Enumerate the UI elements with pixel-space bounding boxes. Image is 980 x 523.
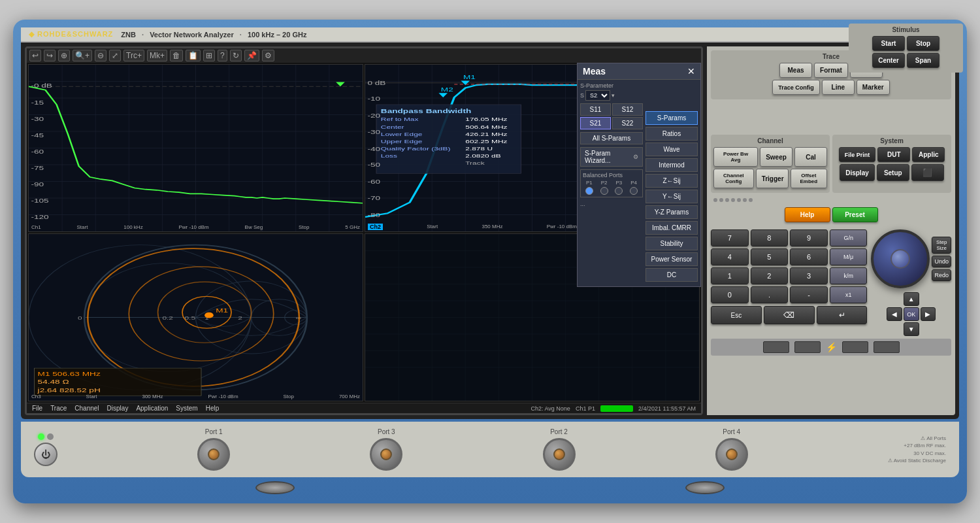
key-3[interactable]: 3 <box>790 267 828 284</box>
applic-btn[interactable]: Applic <box>912 147 945 162</box>
s11-btn[interactable]: S11 <box>580 103 611 116</box>
sweep-btn[interactable]: Sweep <box>760 147 792 167</box>
port3-radio[interactable] <box>615 187 623 195</box>
key-9[interactable]: 9 <box>790 229 828 246</box>
all-sparams-btn[interactable]: All S-Params <box>580 132 643 144</box>
copy-btn[interactable]: 📋 <box>186 50 201 61</box>
power-button[interactable]: ⏻ <box>34 443 57 466</box>
trace-add-btn[interactable]: Trc+ <box>123 50 144 61</box>
port4-radio[interactable] <box>630 187 638 195</box>
marker-add-btn[interactable]: Mk+ <box>147 50 167 61</box>
clip-btn[interactable]: 📌 <box>244 50 259 61</box>
menu-file[interactable]: File <box>32 405 42 412</box>
left-btn[interactable]: ◀ <box>887 307 902 321</box>
power-bw-avg-btn[interactable]: Power Bw Avg <box>713 147 758 167</box>
s22-btn[interactable]: S22 <box>612 117 643 129</box>
trigger-btn[interactable]: Trigger <box>756 169 789 188</box>
zoom-in-btn[interactable]: 🔍+ <box>73 50 92 61</box>
backspace-btn[interactable]: ⌫ <box>764 306 815 324</box>
redo-btn[interactable]: Redo <box>932 269 951 281</box>
setup-btn[interactable]: Setup <box>877 164 909 181</box>
full-screen-btn[interactable]: ⤢ <box>109 50 121 61</box>
ratios-btn[interactable]: Ratios <box>645 127 698 141</box>
zoom-fit-btn[interactable]: ⊕ <box>58 50 70 61</box>
help-btn[interactable]: Help <box>785 207 830 222</box>
s12-btn[interactable]: S12 <box>612 103 643 116</box>
power-sensor-btn[interactable]: Power Sensor <box>645 252 698 266</box>
key-5[interactable]: 5 <box>751 248 789 265</box>
ok-btn[interactable]: OK <box>904 307 919 321</box>
windows-btn[interactable]: ⊞ <box>203 50 215 61</box>
screen-btn[interactable]: ⬛ <box>911 164 944 181</box>
help-toolbar-btn[interactable]: ? <box>218 50 227 61</box>
undo-btn[interactable]: Undo <box>932 256 951 267</box>
menu-trace[interactable]: Trace <box>50 405 67 412</box>
right-btn[interactable]: ▶ <box>921 307 936 321</box>
key-8[interactable]: 8 <box>751 229 789 246</box>
sparam-wizard-btn[interactable]: S-Param Wizard... ⚙ <box>580 147 643 167</box>
key-mu[interactable]: M/μ <box>830 248 868 265</box>
format-btn[interactable]: Format <box>814 63 848 78</box>
menu-channel[interactable]: Channel <box>74 405 99 412</box>
meas-close-btn[interactable]: ✕ <box>687 66 695 76</box>
more-btn[interactable]: ... <box>580 201 585 207</box>
refresh-btn[interactable]: ↻ <box>230 50 242 61</box>
key-km[interactable]: k/m <box>830 267 868 284</box>
s-param-select[interactable]: S21 <box>585 90 610 101</box>
port2-radio[interactable] <box>600 187 608 195</box>
key-7[interactable]: 7 <box>711 229 749 246</box>
esc-btn[interactable]: Esc <box>711 306 762 324</box>
key-1[interactable]: 1 <box>711 267 749 284</box>
ze-sij-btn[interactable]: Z←Sij <box>645 174 698 188</box>
start-btn[interactable]: Start <box>872 36 905 51</box>
channel-config-btn[interactable]: Channel Config <box>713 169 754 188</box>
menu-application[interactable]: Application <box>136 405 168 412</box>
stimulus-row1: Start Stop <box>851 36 960 51</box>
port1-radio[interactable] <box>585 187 593 195</box>
undo-toolbar-btn[interactable]: ↩ <box>29 50 41 61</box>
offset-embed-btn[interactable]: Offset Embed <box>791 169 827 188</box>
step-size-btn[interactable]: StepSize <box>932 237 951 254</box>
line-btn[interactable]: Line <box>822 80 855 95</box>
key-x1[interactable]: x1 <box>830 286 868 303</box>
up-btn[interactable]: ▲ <box>904 292 919 306</box>
file-print-btn[interactable]: File Print <box>839 147 876 162</box>
center-btn[interactable]: Center <box>872 53 905 68</box>
key-0[interactable]: 0 <box>711 286 749 303</box>
intermod-btn[interactable]: Intermod <box>645 158 698 172</box>
s21-btn[interactable]: S21 <box>580 117 611 129</box>
stop-btn[interactable]: Stop <box>907 36 939 51</box>
menu-help[interactable]: Help <box>206 405 220 412</box>
redo-toolbar-btn[interactable]: ↪ <box>44 50 56 61</box>
jog-wheel[interactable] <box>871 229 930 288</box>
meas-btn[interactable]: Meas <box>779 63 812 78</box>
down-btn[interactable]: ▼ <box>904 322 919 336</box>
key-2[interactable]: 2 <box>751 267 789 284</box>
stability-btn[interactable]: Stability <box>645 237 698 250</box>
delete-btn[interactable]: 🗑 <box>170 50 183 61</box>
dut-btn[interactable]: DUT <box>877 147 910 162</box>
dc-btn[interactable]: DC <box>645 268 698 282</box>
key-6[interactable]: 6 <box>790 248 828 265</box>
enter-btn[interactable]: ↵ <box>817 306 868 324</box>
menu-display[interactable]: Display <box>107 405 129 412</box>
wave-btn[interactable]: Wave <box>645 143 698 156</box>
preset-btn[interactable]: Preset <box>832 207 878 222</box>
cal-btn[interactable]: Cal <box>794 147 827 167</box>
key-4[interactable]: 4 <box>711 248 749 265</box>
ye-sij-btn[interactable]: Y←Sij <box>645 190 698 203</box>
span-btn[interactable]: Span <box>907 53 939 68</box>
key-gn[interactable]: G/n <box>830 229 868 246</box>
display-btn[interactable]: Display <box>840 164 875 181</box>
svg-text:-90: -90 <box>31 182 44 188</box>
imbal-cmrr-btn[interactable]: Imbal. CMRR <box>645 221 698 235</box>
yz-params-btn[interactable]: Y-Z Params <box>645 205 698 219</box>
key-dot[interactable]: . <box>751 286 789 303</box>
marker-btn[interactable]: Marker <box>857 80 890 95</box>
trace-config-btn[interactable]: Trace Config <box>772 80 820 95</box>
zoom-out-btn[interactable]: ⊖ <box>95 50 106 61</box>
key-minus[interactable]: - <box>790 286 828 303</box>
menu-system[interactable]: System <box>176 405 197 412</box>
settings-btn[interactable]: ⚙ <box>262 50 274 61</box>
sparams-right-btn[interactable]: S-Params <box>645 111 698 125</box>
